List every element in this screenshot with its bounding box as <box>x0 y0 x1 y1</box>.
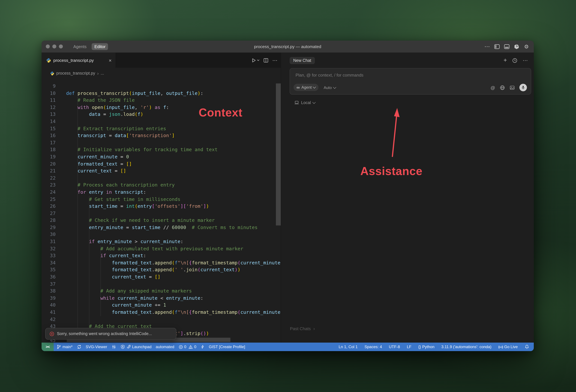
breadcrumb[interactable]: process_transcript.py › ... <box>42 68 281 79</box>
remote-indicator[interactable]: >< <box>42 343 54 351</box>
tab-agents[interactable]: Agents <box>71 43 89 50</box>
line-number: 13 <box>42 111 56 118</box>
code-line[interactable]: 34 formatted_text.append(f"\n[{format_ti… <box>42 259 281 267</box>
new-chat-tab[interactable]: New Chat <box>290 57 315 64</box>
code-line[interactable]: 36 current_text = [] <box>42 274 281 280</box>
chat-input[interactable]: Plan, @ for context, / for commands ∞ Ag… <box>290 68 531 95</box>
code-line[interactable]: 33 if current_text: <box>42 252 281 259</box>
code-line[interactable]: 40 current_minute += 1 <box>42 302 281 309</box>
code-line[interactable]: 28 # Check if we need to insert a minute… <box>42 217 281 224</box>
language-mode-item[interactable]: {} Python <box>418 345 434 349</box>
new-chat-plus-icon[interactable]: + <box>504 57 507 64</box>
editor-more-actions-icon[interactable]: ⋯ <box>272 57 278 63</box>
code-line[interactable]: 13 data = json.load(f) <box>42 111 281 118</box>
line-number: 41 <box>42 309 56 316</box>
automated-env-item[interactable]: automated <box>156 345 174 349</box>
code-line[interactable]: 35 formatted_text.append(' '.join(curren… <box>42 267 281 274</box>
git-branch-item[interactable]: main* <box>57 345 72 349</box>
gist-item[interactable]: GIST [Create Profile] <box>209 345 245 349</box>
code-line[interactable]: 12 with open(input_file, 'r') as f: <box>42 104 281 111</box>
language-label: Python <box>422 345 434 349</box>
code-line[interactable]: 39 while current_minute < entry_minute: <box>42 295 281 302</box>
breadcrumb-symbol[interactable]: ... <box>101 71 104 76</box>
sync-changes-item[interactable] <box>77 345 81 349</box>
problems-item[interactable]: 0 0 <box>178 345 196 349</box>
code-line[interactable]: 18 # Initialize variables for tracking t… <box>42 146 281 153</box>
code-line[interactable]: 9 <box>42 83 281 90</box>
code-line[interactable]: 23 # Process each transcription entry <box>42 182 281 189</box>
editor-tab-process-transcript[interactable]: process_transcript.py × <box>42 53 116 68</box>
code-line[interactable]: 17 <box>42 140 281 146</box>
code-line[interactable]: 29 entry_minute = start_time // 60000 # … <box>42 224 281 231</box>
mode-selector[interactable]: ∞ Agent <box>293 84 318 91</box>
toggle-panel-icon[interactable] <box>504 44 510 49</box>
code-line[interactable]: 27 <box>42 210 281 217</box>
code-line[interactable]: 42 <box>42 316 281 323</box>
code-line[interactable]: 37 <box>42 280 281 288</box>
encoding-item[interactable]: UTF-8 <box>389 345 400 349</box>
minimize-window-button[interactable] <box>52 45 56 48</box>
code-line[interactable]: 38 # Add any skipped minute markers <box>42 288 281 295</box>
close-tab-icon[interactable]: × <box>109 58 112 63</box>
code-line[interactable]: 14 <box>42 118 281 125</box>
notification-toast[interactable]: Sorry, something went wrong activating I… <box>45 328 176 340</box>
model-selector[interactable]: Auto <box>324 85 336 90</box>
titlebar: Agents Editor process_transcript.py — au… <box>42 41 534 53</box>
launchpad-item[interactable]: Launchpad <box>120 345 151 349</box>
code-line[interactable]: 32 # Add accumulated text with previous … <box>42 245 281 252</box>
code-line[interactable]: 21 current_text = [] <box>42 168 281 175</box>
mention-context-icon[interactable]: @ <box>490 85 495 90</box>
extensions-cube-icon[interactable] <box>514 44 519 49</box>
line-content: def process_transcript(input_file, outpu… <box>66 90 203 97</box>
code-line[interactable]: 26 start_time = int(entry['offsets']['fr… <box>42 203 281 210</box>
chat-history-icon[interactable] <box>512 58 518 63</box>
toggle-sidebar-icon[interactable] <box>494 44 500 49</box>
voice-mic-icon[interactable] <box>519 84 527 91</box>
settings-gear-icon[interactable]: ⚙ <box>524 44 529 49</box>
location-selector[interactable]: Local <box>294 100 315 105</box>
encoding-label: UTF-8 <box>389 345 400 349</box>
split-editor-icon[interactable] <box>263 58 268 63</box>
indentation-item[interactable]: Spaces: 4 <box>365 345 382 349</box>
code-line[interactable]: 16 transcript = data['transcription'] <box>42 132 281 139</box>
breadcrumb-file[interactable]: process_transcript.py <box>56 71 95 76</box>
interpreter-item[interactable]: 3.11.9 ('automations': conda) <box>441 345 491 349</box>
laptop-icon <box>294 100 299 105</box>
code-line[interactable]: 31 if entry_minute > current_minute: <box>42 238 281 245</box>
line-number: 35 <box>42 267 56 274</box>
code-line[interactable]: 19 current_minute = 0 <box>42 153 281 161</box>
code-line[interactable]: 30 <box>42 231 281 238</box>
code-line[interactable]: 10def process_transcript(input_file, out… <box>42 90 281 97</box>
code-line[interactable]: 41 formatted_text.append(f"\n[{format_ti… <box>42 309 281 316</box>
sliders-icon <box>112 345 116 349</box>
code-line[interactable]: 20 formatted_text = [] <box>42 161 281 168</box>
run-python-file-icon[interactable] <box>251 58 259 63</box>
notifications-bell-item[interactable] <box>525 345 529 349</box>
line-number: 40 <box>42 302 56 309</box>
more-actions-icon[interactable]: ⋯ <box>484 44 490 49</box>
chevron-down-icon <box>333 85 336 89</box>
ports-item[interactable] <box>112 345 116 349</box>
code-line[interactable]: 25 # Get start time in milliseconds <box>42 196 281 203</box>
code-line[interactable]: 11 # Read the JSON file <box>42 97 281 104</box>
code-line[interactable]: 24 for entry in transcript: <box>42 189 281 196</box>
web-globe-icon[interactable] <box>500 85 505 90</box>
code-line[interactable]: 22 <box>42 175 281 182</box>
code-line[interactable]: 15 # Extract transcription entries <box>42 125 281 132</box>
svg-viewer-item[interactable]: SVG-Viewer <box>86 345 107 349</box>
eol-item[interactable]: LF <box>407 345 411 349</box>
line-number: 30 <box>42 231 56 238</box>
close-window-button[interactable] <box>46 45 50 48</box>
go-live-item[interactable]: Go Live <box>498 345 518 349</box>
zoom-window-button[interactable] <box>59 45 63 48</box>
chat-more-actions-icon[interactable]: ⋯ <box>523 57 528 63</box>
attach-image-icon[interactable] <box>510 85 515 90</box>
lightning-item[interactable] <box>201 345 204 349</box>
past-chats-link[interactable]: Past Chats › <box>290 326 315 331</box>
sync-icon <box>77 345 81 349</box>
code-area[interactable]: 910def process_transcript(input_file, ou… <box>42 79 281 343</box>
chat-header: New Chat + ⋯ <box>281 53 534 68</box>
cursor-position-item[interactable]: Ln 1, Col 1 <box>339 345 358 349</box>
tab-editor[interactable]: Editor <box>92 43 108 50</box>
vertical-scrollbar[interactable] <box>276 84 281 225</box>
